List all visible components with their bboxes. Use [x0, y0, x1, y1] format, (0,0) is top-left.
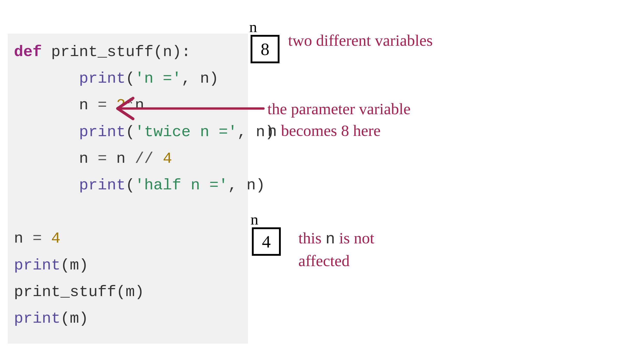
- param-n: n: [163, 43, 172, 61]
- paren-open: (: [60, 310, 70, 327]
- var-box-n-4: 4: [252, 227, 281, 256]
- note2-mono-n: n: [267, 122, 277, 141]
- paren-close-colon: ):: [172, 43, 191, 61]
- diagram-canvas: def print_stuff(n): print('n =', n) n = …: [0, 0, 644, 348]
- call-print: print: [79, 70, 126, 87]
- var-box-n-8: 8: [251, 35, 280, 63]
- note2-line1: the parameter variable: [267, 100, 410, 118]
- string-literal: 'n =': [135, 70, 181, 87]
- note3-mono-n: n: [325, 230, 335, 248]
- mid-n: n: [107, 150, 135, 167]
- assign-op: =: [98, 150, 107, 167]
- space: [42, 230, 51, 247]
- string-literal: 'half n =': [135, 176, 228, 194]
- arg-m: m: [126, 283, 135, 301]
- indent: [14, 70, 79, 87]
- call-print: print: [79, 123, 126, 141]
- comma: ,: [237, 123, 256, 141]
- mul-op: *: [126, 96, 135, 114]
- indent: [14, 123, 79, 141]
- code-block: def print_stuff(n): print('n =', n) n = …: [8, 34, 248, 344]
- note3-rest: is not: [335, 229, 374, 247]
- num-4: 4: [163, 150, 172, 167]
- code-line-4: print('twice n =', n): [14, 123, 274, 141]
- comma: ,: [181, 70, 200, 87]
- code-line-6: print('half n =', n): [14, 176, 265, 194]
- code-line-2: print('n =', n): [14, 70, 219, 87]
- arg-n: n: [200, 70, 209, 87]
- paren-close: ): [256, 176, 265, 194]
- rhs-n: n: [135, 96, 144, 114]
- paren-open: (: [126, 70, 135, 87]
- note-parameter-variable: the parameter variable n becomes 8 here: [267, 98, 410, 142]
- space: [107, 96, 116, 114]
- note2-rest: becomes 8 here: [277, 122, 381, 139]
- lhs-n: n: [79, 150, 98, 167]
- indent: [14, 176, 79, 194]
- keyword-def: def: [14, 43, 42, 61]
- var-value-8: 8: [261, 39, 269, 59]
- indent: [14, 150, 79, 167]
- lhs-n: n: [14, 230, 33, 247]
- code-line-3: n = 2*n: [14, 96, 144, 114]
- call-print-stuff: print_stuff: [14, 283, 116, 301]
- paren-close: ): [135, 283, 144, 301]
- code-line-1: def print_stuff(n):: [14, 43, 191, 61]
- paren-close: ): [79, 257, 88, 274]
- code-line-10: print_stuff(m): [14, 283, 144, 301]
- arg-m: m: [70, 257, 79, 274]
- paren-open: (: [116, 283, 126, 301]
- note3-line2: affected: [298, 252, 350, 269]
- call-print: print: [14, 310, 60, 327]
- call-print: print: [79, 176, 126, 194]
- code-line-11: print(m): [14, 310, 88, 327]
- arg-n: n: [256, 123, 265, 141]
- arg-n: n: [246, 176, 256, 194]
- var-label-n-bottom: n: [251, 211, 258, 228]
- string-literal: 'twice n =': [135, 123, 237, 141]
- comma: ,: [228, 176, 246, 194]
- num-2: 2: [116, 96, 126, 114]
- call-print: print: [14, 257, 60, 274]
- arg-m: m: [70, 310, 79, 327]
- var-value-4: 4: [262, 231, 271, 252]
- paren-open: (: [153, 43, 163, 61]
- code-line-8: n = 4: [14, 230, 60, 247]
- note-two-different-variables: two different variables: [288, 30, 433, 51]
- note-this-n-not-affected: this n is not affected: [298, 227, 374, 272]
- paren-open: (: [60, 257, 70, 274]
- paren-open: (: [126, 176, 135, 194]
- assign-op: =: [33, 230, 42, 247]
- func-name: print_stuff: [42, 43, 153, 61]
- code-line-9: print(m): [14, 257, 88, 274]
- var-label-n-top: n: [249, 18, 257, 36]
- assign-op: =: [98, 96, 107, 114]
- indent: [14, 96, 79, 114]
- paren-close: ): [79, 310, 88, 327]
- paren-close: ): [209, 70, 219, 87]
- floordiv-op: //: [135, 150, 153, 167]
- code-line-5: n = n // 4: [14, 150, 172, 167]
- note3-this: this: [298, 229, 325, 247]
- paren-open: (: [126, 123, 135, 141]
- space: [153, 150, 163, 167]
- num-4: 4: [51, 230, 60, 247]
- lhs-n: n: [79, 96, 98, 114]
